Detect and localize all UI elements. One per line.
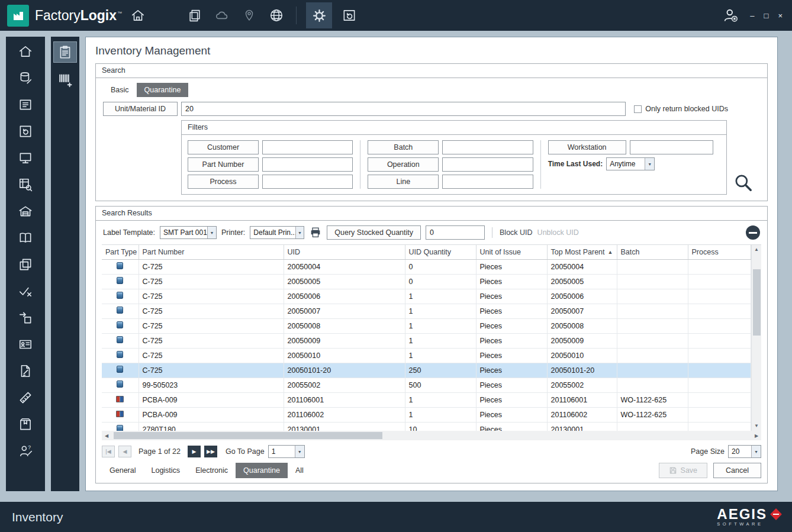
nav-inventory-review[interactable] xyxy=(53,41,77,63)
customer-filter-button[interactable]: Customer xyxy=(188,140,259,154)
column-header-top-most-parent[interactable]: Top Most Parent▲ xyxy=(547,245,617,259)
workstation-filter-input[interactable] xyxy=(630,140,713,154)
nav-planning[interactable] xyxy=(17,97,34,112)
unit-material-id-input[interactable] xyxy=(181,102,626,116)
column-header-batch[interactable]: Batch xyxy=(617,245,688,259)
nav-warehouse[interactable] xyxy=(17,204,34,219)
nav-copy[interactable] xyxy=(17,257,34,272)
customer-filter-input[interactable] xyxy=(262,140,353,154)
unit-material-id-button[interactable]: Unit/Material ID xyxy=(103,102,178,116)
line-filter-button[interactable]: Line xyxy=(368,175,439,189)
horizontal-scroll-track[interactable] xyxy=(111,431,752,440)
nav-inventory-query[interactable] xyxy=(17,177,34,192)
scroll-up-button[interactable]: ▲ xyxy=(754,246,759,254)
tab-basic[interactable]: Basic xyxy=(103,83,137,97)
home-button[interactable] xyxy=(128,4,148,27)
column-header-uid-quantity[interactable]: UID Quantity xyxy=(405,245,476,259)
process-filter-input[interactable] xyxy=(262,175,353,189)
bottom-tab-quarantine[interactable]: Quarantine xyxy=(236,463,288,478)
table-row[interactable]: C-725200500081Pieces20050008 xyxy=(102,318,751,333)
bottom-tab-electronic[interactable]: Electronic xyxy=(188,463,236,478)
nav-home[interactable] xyxy=(17,44,34,59)
horizontal-scroll-thumb[interactable] xyxy=(114,432,382,439)
run-search-button[interactable] xyxy=(727,120,760,195)
table-row[interactable]: PCBA-0092011060011Pieces201106001WO-1122… xyxy=(102,392,751,407)
part-number-filter-input[interactable] xyxy=(262,157,353,172)
block-uid-button[interactable]: Block UID xyxy=(500,228,533,237)
first-page-button[interactable]: |◀ xyxy=(102,446,115,457)
vertical-scroll-thumb[interactable] xyxy=(753,269,761,336)
table-row[interactable]: PCBA-0092011060021Pieces201106002WO-1122… xyxy=(102,407,751,422)
maximize-button[interactable]: □ xyxy=(764,11,769,20)
query-stocked-quantity-button[interactable]: Query Stocked Quantity xyxy=(327,225,421,240)
print-button[interactable] xyxy=(309,226,322,239)
workstation-filter-button[interactable]: Workstation xyxy=(548,140,626,154)
column-header-part-type[interactable]: Part Type xyxy=(102,245,139,259)
line-filter-input[interactable] xyxy=(442,175,533,189)
minimize-button[interactable]: – xyxy=(750,11,754,20)
documents-button[interactable] xyxy=(185,4,205,27)
table-row[interactable]: C-725200500101Pieces20050010 xyxy=(102,348,751,363)
nav-verification[interactable] xyxy=(17,283,34,299)
bottom-tab-all[interactable]: All xyxy=(288,463,311,478)
bottom-tab-general[interactable]: General xyxy=(102,463,143,478)
vertical-scroll-track[interactable] xyxy=(752,254,761,422)
page-size-select[interactable]: 20 ▼ xyxy=(728,445,761,458)
globe-button[interactable] xyxy=(266,4,286,27)
block-circle-icon[interactable] xyxy=(746,225,760,240)
bottom-tab-logistics[interactable]: Logistics xyxy=(143,463,188,478)
column-header-part-number[interactable]: Part Number xyxy=(139,245,284,259)
stocked-quantity-input[interactable] xyxy=(426,225,485,240)
table-row[interactable]: C-725200500050Pieces20050005 xyxy=(102,274,751,289)
table-row[interactable]: C-725200500040Pieces20050004 xyxy=(102,259,751,274)
tab-quarantine[interactable]: Quarantine xyxy=(137,83,189,97)
cloud-button[interactable] xyxy=(212,4,232,27)
nav-notes[interactable] xyxy=(17,363,34,379)
horizontal-scrollbar[interactable]: ◀ ▶ xyxy=(102,431,761,440)
scroll-right-button[interactable]: ▶ xyxy=(752,433,761,439)
nav-putaway[interactable] xyxy=(17,310,34,325)
last-page-button[interactable]: ▶▶ xyxy=(204,446,217,457)
operation-filter-button[interactable]: Operation xyxy=(368,157,439,172)
nav-barcode-add[interactable] xyxy=(53,69,77,90)
scroll-down-button[interactable]: ▼ xyxy=(754,422,759,430)
table-row[interactable]: C-725200500091Pieces20050009 xyxy=(102,333,751,348)
label-template-select[interactable]: SMT Part 001 ▼ xyxy=(160,226,217,239)
column-header-process[interactable]: Process xyxy=(688,245,751,259)
part-number-filter-button[interactable]: Part Number xyxy=(188,157,259,172)
location-button[interactable] xyxy=(239,4,259,27)
table-row[interactable]: 99-50502320055002500Pieces20055002 xyxy=(102,378,751,392)
close-button[interactable]: × xyxy=(778,11,783,20)
batch-filter-button[interactable]: Batch xyxy=(368,140,439,154)
goto-page-select[interactable]: 1 ▼ xyxy=(268,445,305,458)
settings-button-active[interactable] xyxy=(306,2,332,28)
operation-filter-input[interactable] xyxy=(442,157,533,172)
printer-select[interactable]: Default Prin... ▼ xyxy=(250,226,304,239)
process-filter-button[interactable]: Process xyxy=(188,175,259,189)
only-blocked-checkbox[interactable] xyxy=(634,105,642,113)
user-session-button[interactable] xyxy=(720,4,741,27)
nav-backup[interactable] xyxy=(17,124,34,139)
batch-filter-input[interactable] xyxy=(442,140,533,154)
history-button[interactable] xyxy=(339,4,359,27)
next-page-button[interactable]: ▶ xyxy=(188,446,201,457)
scroll-left-button[interactable]: ◀ xyxy=(102,433,111,439)
cancel-button[interactable]: Cancel xyxy=(713,463,761,478)
nav-id-card[interactable] xyxy=(17,337,34,352)
previous-page-button[interactable]: ◀ xyxy=(118,446,131,457)
table-row[interactable]: C-72520050101-20250Pieces20050101-20 xyxy=(102,363,751,378)
nav-documentation[interactable] xyxy=(17,230,34,246)
nav-workstation[interactable] xyxy=(17,150,34,166)
nav-operator-edit[interactable]: ? xyxy=(17,443,34,459)
nav-measurement[interactable] xyxy=(17,390,34,405)
unblock-uid-button[interactable]: Unblock UID xyxy=(537,228,579,237)
nav-data-edit[interactable] xyxy=(17,70,34,86)
vertical-scrollbar[interactable]: ▲ ▼ xyxy=(751,245,761,431)
column-header-uid[interactable]: UID xyxy=(284,245,405,259)
time-last-used-select[interactable]: Anytime ▼ xyxy=(606,157,655,170)
nav-package[interactable] xyxy=(17,417,34,432)
save-button[interactable]: Save xyxy=(659,463,708,478)
column-header-unit-of-issue[interactable]: Unit of Issue xyxy=(476,245,547,259)
table-row[interactable]: C-725200500061Pieces20050006 xyxy=(102,289,751,304)
table-row[interactable]: C-725200500071Pieces20050007 xyxy=(102,304,751,318)
